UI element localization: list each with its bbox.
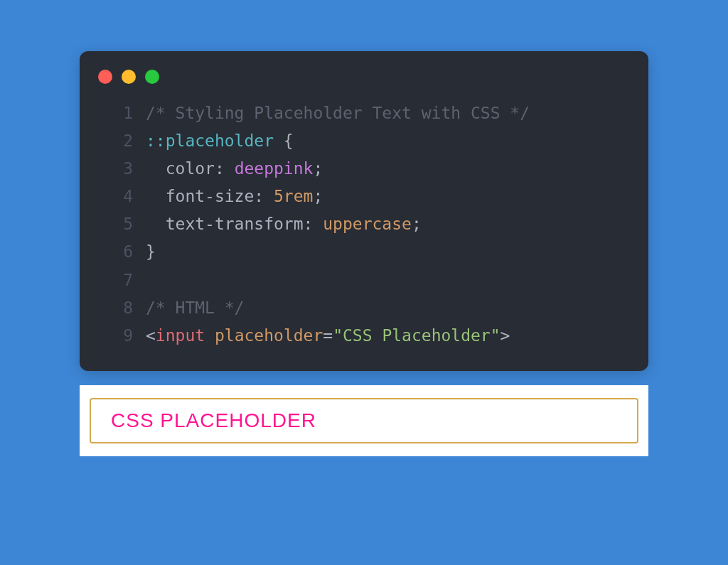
code-token: } [146,238,156,266]
code-body: 1/* Styling Placeholder Text with CSS */… [80,99,648,350]
code-line: 2::placeholder { [112,127,648,155]
window-controls [80,65,648,99]
code-token: font-size: [146,183,274,210]
code-line: 5 text-transform: uppercase; [112,210,648,238]
line-number: 1 [112,99,133,127]
code-line: 4 font-size: 5rem; [112,183,648,210]
code-token: /* HTML */ [146,294,244,322]
code-token: = [323,322,333,350]
line-number: 2 [112,127,133,155]
line-number: 9 [112,322,133,350]
line-number: 8 [112,294,133,322]
code-token: /* Styling Placeholder Text with CSS */ [146,99,530,127]
code-line: 7 [112,267,648,294]
output-panel [80,385,648,456]
code-line: 9<input placeholder="CSS Placeholder"> [112,322,648,350]
code-line: 8/* HTML */ [112,294,648,322]
code-token: placeholder [215,322,323,350]
code-token: ; [313,155,323,183]
code-token: color: [146,155,235,183]
code-line: 1/* Styling Placeholder Text with CSS */ [112,99,648,127]
code-token: ; [313,183,323,210]
code-token [205,322,215,350]
close-icon[interactable] [98,70,112,84]
line-number: 6 [112,238,133,266]
code-token: < [146,322,156,350]
code-token: ::placeholder [146,127,274,155]
line-number: 7 [112,267,133,294]
code-token: { [274,127,294,155]
code-token: "CSS Placeholder" [333,322,500,350]
line-number: 3 [112,155,133,183]
code-token: uppercase [323,210,412,238]
code-line: 3 color: deeppink; [112,155,648,183]
line-number: 5 [112,210,133,238]
line-number: 4 [112,183,133,210]
code-token: input [156,322,205,350]
code-line: 6} [112,238,648,266]
code-editor-window: 1/* Styling Placeholder Text with CSS */… [80,51,648,371]
code-token: text-transform: [146,210,323,238]
maximize-icon[interactable] [145,70,159,84]
minimize-icon[interactable] [122,70,136,84]
code-token: 5rem [274,183,313,210]
code-token: ; [412,210,422,238]
code-token: deeppink [235,155,314,183]
code-token: > [500,322,510,350]
demo-placeholder-input[interactable] [90,398,638,443]
